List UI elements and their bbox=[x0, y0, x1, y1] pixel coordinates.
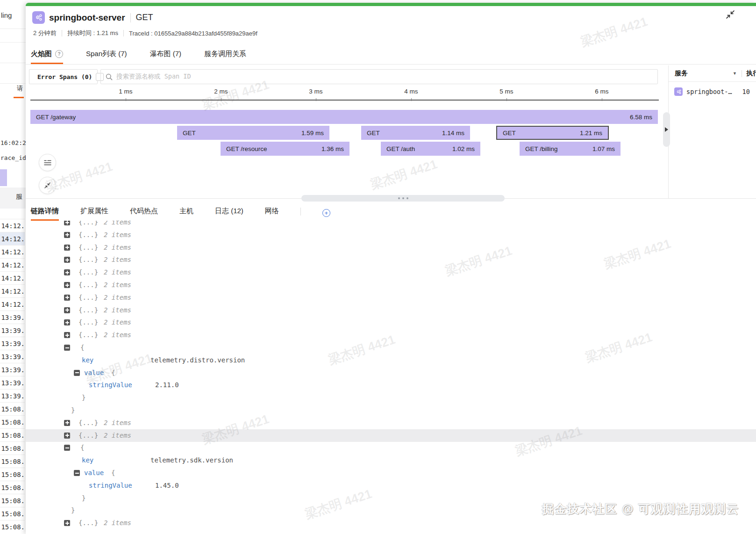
tree-row[interactable]: { bbox=[26, 341, 756, 354]
expand-node-icon[interactable] bbox=[64, 232, 70, 238]
tree-text: value bbox=[84, 367, 104, 379]
tree-row[interactable]: stringValue2.11.0 bbox=[26, 379, 756, 391]
tree-row[interactable]: } bbox=[26, 404, 756, 417]
tab-logs[interactable]: 日志 (12) bbox=[215, 207, 243, 221]
tree-text: 2 items bbox=[104, 253, 131, 266]
expand-node-icon[interactable] bbox=[64, 295, 70, 301]
tree-text: {...} bbox=[78, 279, 98, 291]
expand-node-icon[interactable] bbox=[64, 420, 70, 426]
minimap-toggle-button[interactable] bbox=[39, 154, 56, 171]
drawer-top-accent bbox=[26, 3, 756, 6]
background-page-strip: ling 请 16:02:20 race_id) 服 14:12.14:12.1… bbox=[0, 0, 26, 534]
expand-node-icon[interactable] bbox=[64, 221, 70, 225]
tree-row[interactable]: keytelemetry.distro.version bbox=[26, 354, 756, 367]
help-icon[interactable]: ? bbox=[55, 50, 63, 58]
sort-caret-icon[interactable]: ▼ bbox=[733, 71, 737, 76]
bg-table-header: 服 bbox=[0, 188, 26, 209]
error-spans-filter[interactable]: Error Spans (0) bbox=[29, 69, 98, 84]
exec-value: 10 bbox=[742, 88, 750, 95]
flame-span-bar[interactable]: GET /billing1.07 ms bbox=[520, 142, 620, 156]
expand-node-icon[interactable] bbox=[64, 307, 70, 313]
tree-row[interactable]: {...}2 items bbox=[26, 266, 756, 279]
tree-row[interactable]: {...}2 items bbox=[26, 291, 756, 304]
bg-timestamp: 15:08. bbox=[0, 415, 25, 429]
bg-timestamp: 15:08. bbox=[0, 441, 25, 455]
tab-host[interactable]: 主机 bbox=[179, 207, 193, 221]
tree-row[interactable]: {...}2 items bbox=[26, 229, 756, 241]
tab-span-list[interactable]: Span列表 (7) bbox=[86, 50, 127, 64]
tree-text: telemetry.distro.version bbox=[150, 354, 245, 367]
bg-timestamp: 14:12. bbox=[0, 245, 25, 259]
flame-span-bar[interactable]: GET1.59 ms bbox=[177, 126, 329, 140]
tree-text: key bbox=[82, 454, 93, 467]
bg-timestamp: 14:12. bbox=[0, 258, 25, 272]
expand-node-icon[interactable] bbox=[64, 332, 70, 338]
tree-text: {...} bbox=[78, 429, 98, 442]
tree-row[interactable]: value{ bbox=[26, 367, 756, 379]
view-tabs: 火焰图 ? Span列表 (7) 瀑布图 (7) 服务调用关系 bbox=[26, 44, 756, 65]
tree-row[interactable]: {...}2 items bbox=[26, 429, 756, 442]
tab-flame-graph[interactable]: 火焰图 ? bbox=[31, 50, 63, 64]
tab-trace-detail[interactable]: 链路详情 bbox=[31, 207, 59, 221]
collapse-node-icon[interactable] bbox=[64, 345, 70, 351]
service-stats-row[interactable]: springboot-… 10 bbox=[669, 82, 756, 96]
tree-text: 2.11.0 bbox=[155, 379, 179, 391]
tree-row[interactable]: } bbox=[26, 504, 756, 517]
span-search-input[interactable]: 搜索资源名称或 Span ID bbox=[100, 69, 658, 84]
flame-span-bar[interactable]: GET /auth1.02 ms bbox=[381, 142, 480, 156]
tree-row[interactable]: } bbox=[26, 391, 756, 404]
tree-row[interactable]: {...}2 items bbox=[26, 253, 756, 266]
tab-network[interactable]: 网络 bbox=[265, 207, 279, 221]
timeline-tick: 6 ms bbox=[588, 88, 616, 95]
tree-row[interactable]: } bbox=[26, 492, 756, 505]
expand-node-icon[interactable] bbox=[64, 257, 70, 263]
flame-span-bar[interactable]: GET1.21 ms bbox=[496, 126, 609, 140]
expand-node-icon[interactable] bbox=[64, 319, 70, 325]
tree-row[interactable]: {...}2 items bbox=[26, 316, 756, 329]
tree-row[interactable]: {...}2 items bbox=[26, 241, 756, 254]
tab-code-hotspot[interactable]: 代码热点 bbox=[130, 207, 158, 221]
expand-node-icon[interactable] bbox=[64, 282, 70, 288]
tab-service-map[interactable]: 服务调用关系 bbox=[204, 50, 246, 64]
tree-row[interactable]: {...}2 items bbox=[26, 329, 756, 341]
collapse-drawer-icon[interactable] bbox=[724, 8, 736, 21]
expand-node-icon[interactable] bbox=[64, 269, 70, 275]
bg-timestamp: 14:12. bbox=[0, 232, 25, 245]
tab-ext-attrs[interactable]: 扩展属性 bbox=[80, 207, 108, 221]
tree-text: 2 items bbox=[104, 304, 131, 317]
tree-row[interactable]: {...}2 items bbox=[26, 279, 756, 291]
bg-timestamp: 13:39. bbox=[0, 389, 25, 403]
expand-node-icon[interactable] bbox=[64, 245, 70, 251]
tree-row[interactable]: keytelemetry.sdk.version bbox=[26, 454, 756, 467]
flame-span-bar[interactable]: GET /resource1.36 ms bbox=[221, 142, 349, 156]
collapse-node-icon[interactable] bbox=[74, 370, 80, 376]
expand-node-icon[interactable] bbox=[64, 433, 70, 439]
flame-span-bar[interactable]: GET /gateway6.58 ms bbox=[30, 110, 658, 124]
tab-waterfall[interactable]: 瀑布图 (7) bbox=[150, 50, 182, 64]
collapse-node-icon[interactable] bbox=[74, 470, 80, 476]
service-icon bbox=[32, 11, 45, 24]
panel-expand-handle[interactable] bbox=[663, 112, 670, 147]
add-tab-icon[interactable]: + bbox=[322, 209, 330, 217]
tree-row[interactable]: {...}2 items bbox=[26, 221, 756, 229]
tree-text: {...} bbox=[78, 253, 98, 266]
tree-text: {...} bbox=[78, 221, 98, 229]
service-column-header[interactable]: 服务 bbox=[675, 69, 688, 78]
expand-node-icon[interactable] bbox=[64, 520, 70, 526]
tree-row[interactable]: value{ bbox=[26, 467, 756, 479]
tree-row[interactable]: {...}2 items bbox=[26, 417, 756, 429]
tree-row[interactable]: {...}2 items bbox=[26, 304, 756, 317]
collapse-graph-button[interactable] bbox=[39, 177, 56, 194]
tree-row[interactable]: stringValue1.45.0 bbox=[26, 479, 756, 492]
tree-row[interactable]: {...}2 items bbox=[26, 517, 756, 529]
flame-span-bar[interactable]: GET1.14 ms bbox=[361, 126, 470, 140]
timeline-tick: 1 ms bbox=[112, 88, 140, 95]
collapse-node-icon[interactable] bbox=[64, 445, 70, 451]
tree-text: 2 items bbox=[104, 316, 131, 329]
trace-viewer-page: ling 请 16:02:20 race_id) 服 14:12.14:12.1… bbox=[0, 0, 756, 534]
title-divider bbox=[130, 13, 131, 22]
tree-row[interactable]: { bbox=[26, 441, 756, 454]
tree-text: 1.45.0 bbox=[155, 479, 179, 492]
resize-handle[interactable] bbox=[301, 195, 505, 202]
tree-text: 2 items bbox=[104, 329, 131, 341]
